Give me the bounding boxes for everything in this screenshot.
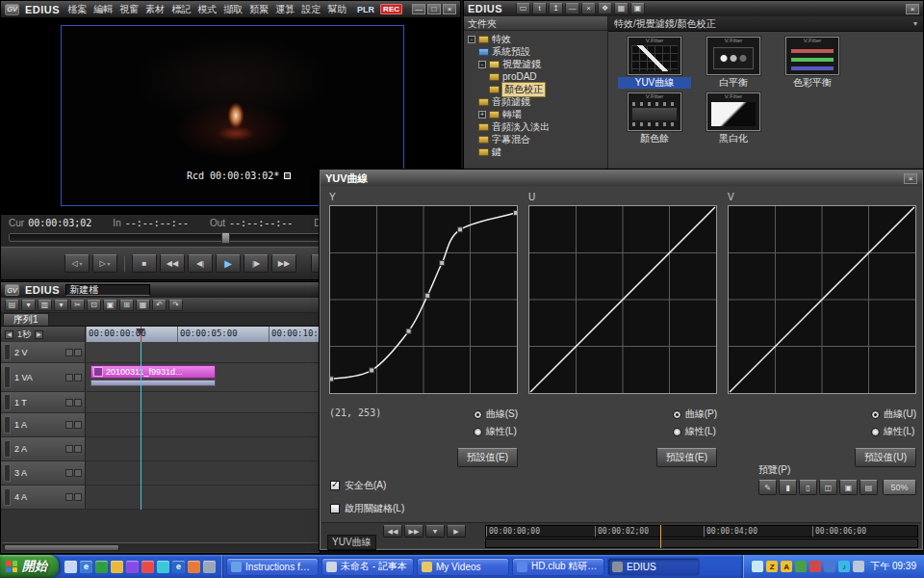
tree-item[interactable]: 顏色校正 xyxy=(464,83,607,95)
toolbar-icon[interactable]: ▣ xyxy=(630,3,645,14)
toolbar-icon[interactable]: ❖ xyxy=(598,3,612,14)
linear-mode-radio[interactable]: 線性(L) xyxy=(673,425,716,438)
toolbar-icon[interactable]: ↷ xyxy=(168,300,183,311)
start-button[interactable]: 開始 xyxy=(0,555,59,578)
track-buttons[interactable] xyxy=(65,399,82,407)
playhead[interactable] xyxy=(660,525,661,548)
timecode-ruler[interactable]: 00:00:00;0000:00:02;0000:00:04;0000:00:0… xyxy=(485,525,918,538)
preview-toggle-button[interactable]: ▯ xyxy=(799,480,817,495)
track-mute-icon[interactable] xyxy=(65,445,73,453)
plr-indicator[interactable]: PLR xyxy=(357,5,374,14)
track-header[interactable]: 1 A xyxy=(1,413,86,436)
quick-launch-icon[interactable] xyxy=(141,561,154,573)
maximize-button[interactable]: □ xyxy=(427,4,441,14)
quick-launch-icon[interactable] xyxy=(111,561,123,573)
track-header[interactable]: 2 A xyxy=(1,437,86,460)
linear-mode-radio[interactable]: 線性(L) xyxy=(871,425,914,438)
sequence-tab[interactable]: 序列1 xyxy=(3,313,49,326)
track-content[interactable] xyxy=(86,392,320,412)
timecode-ruler[interactable]: 00:00:00:0000:00:05:0000:00:10:00 xyxy=(86,327,320,342)
toolbar-icon[interactable]: ▾ xyxy=(54,300,68,311)
quick-launch-icon[interactable] xyxy=(203,561,216,573)
tree-item[interactable]: - 特效 xyxy=(464,33,607,45)
menu-item[interactable]: 視窗 xyxy=(119,3,139,16)
tree-item[interactable]: - 視覺濾鏡 xyxy=(464,58,607,70)
track-header[interactable]: 1 VA xyxy=(1,363,86,391)
video-clip[interactable]: 20100311_f9931d... xyxy=(90,365,216,379)
menu-item[interactable]: 設定 xyxy=(301,3,321,16)
menu-item[interactable]: 標記 xyxy=(171,3,191,16)
toolbar-icon[interactable]: ↥ xyxy=(549,3,563,14)
toolbar-icon[interactable]: — xyxy=(565,3,579,14)
playhead-marker[interactable] xyxy=(136,328,145,335)
toolbar-icon[interactable]: ▤ xyxy=(5,300,19,311)
menu-item[interactable]: 擷取 xyxy=(223,3,243,16)
track-lock-icon[interactable] xyxy=(74,349,82,356)
track-content[interactable] xyxy=(86,437,320,460)
tree-item[interactable]: 音頻濾鏡 xyxy=(464,95,607,108)
curve-mode-radio[interactable]: 曲線(U) xyxy=(871,407,916,421)
safe-color-checkbox[interactable]: 安全色(A) xyxy=(330,479,386,492)
preview-toggle-button[interactable]: ▮ xyxy=(779,480,797,495)
toolbar-icon[interactable]: t xyxy=(532,3,547,14)
quick-launch-icon[interactable] xyxy=(188,561,200,573)
tray-icon[interactable] xyxy=(795,561,807,572)
toolbar-icon[interactable]: ▾ xyxy=(21,300,36,311)
chevron-down-icon[interactable]: ▾ xyxy=(913,19,917,28)
expand-toggle-icon[interactable]: + xyxy=(478,111,486,118)
effect-item[interactable]: V.Filter 色彩平衡 xyxy=(776,37,849,89)
tray-icon[interactable] xyxy=(809,561,821,572)
tray-icon[interactable]: ♪ xyxy=(838,561,850,572)
toolbar-icon[interactable]: ✂ xyxy=(70,300,85,311)
tree-item[interactable]: 鍵 xyxy=(464,145,607,158)
task-button[interactable]: HD.club 精研事... xyxy=(512,558,604,576)
track-mute-icon[interactable] xyxy=(65,349,73,356)
tray-icon[interactable] xyxy=(853,561,864,572)
preset-button[interactable]: 預設值(E) xyxy=(457,448,518,467)
track-buttons[interactable] xyxy=(65,493,82,501)
track-buttons[interactable] xyxy=(65,469,82,477)
transport-button[interactable]: ◀◀ xyxy=(160,254,185,273)
track-lock-icon[interactable] xyxy=(74,493,82,501)
track-content[interactable] xyxy=(86,342,320,362)
keyframe-track[interactable] xyxy=(485,539,918,548)
transport-button[interactable]: |▶ xyxy=(244,254,269,273)
preview-toggle-button[interactable]: ◫ xyxy=(819,480,837,495)
preview-zoom-select[interactable]: 50% xyxy=(883,480,916,495)
track-buttons[interactable] xyxy=(65,349,82,356)
track-buttons[interactable] xyxy=(65,445,82,453)
curve-graph[interactable] xyxy=(528,205,717,394)
effect-item[interactable]: V.Filter YUV曲線 xyxy=(618,37,691,89)
clock[interactable]: 下午 09:39 xyxy=(870,560,916,573)
preview-toggle-button[interactable]: ▣ xyxy=(839,480,858,495)
menu-item[interactable]: 素材 xyxy=(145,3,165,16)
clip-audio-strip[interactable] xyxy=(90,380,216,386)
expand-toggle-icon[interactable]: - xyxy=(478,61,486,68)
curve-graph[interactable] xyxy=(728,205,916,394)
track-lock-icon[interactable] xyxy=(74,445,82,453)
track-content[interactable] xyxy=(86,461,320,485)
toolbar-icon[interactable]: ▭ xyxy=(516,3,530,14)
preview-toggle-button[interactable]: ▤ xyxy=(860,480,878,495)
menu-item[interactable]: 類聚 xyxy=(249,3,269,16)
quick-launch-icon[interactable] xyxy=(95,561,108,573)
quick-launch-icon[interactable]: e xyxy=(172,561,185,573)
track-mute-icon[interactable] xyxy=(65,421,73,429)
track-lock-icon[interactable] xyxy=(74,421,82,429)
track-header[interactable]: 4 A xyxy=(1,486,86,509)
mini-transport-button[interactable]: ▼ xyxy=(425,525,445,538)
curve-graph[interactable] xyxy=(329,205,518,394)
track-lock-icon[interactable] xyxy=(74,469,82,477)
toolbar-icon[interactable]: ⊡ xyxy=(87,300,101,311)
track-mute-icon[interactable] xyxy=(65,493,73,501)
toolbar-icon[interactable]: ▥ xyxy=(38,300,52,311)
tray-icon[interactable]: A xyxy=(781,561,792,572)
minimize-button[interactable]: — xyxy=(412,4,425,14)
toolbar-icon[interactable]: ▣ xyxy=(103,300,117,311)
track-content[interactable]: 20100311_f9931d... xyxy=(86,363,320,391)
zoom-out-button[interactable]: ◀ xyxy=(5,330,13,339)
track-header[interactable]: 1 T xyxy=(1,392,86,412)
track-mute-icon[interactable] xyxy=(65,374,73,381)
tree-item[interactable]: 字幕混合 xyxy=(464,133,607,145)
menu-item[interactable]: 幫助 xyxy=(327,3,346,16)
